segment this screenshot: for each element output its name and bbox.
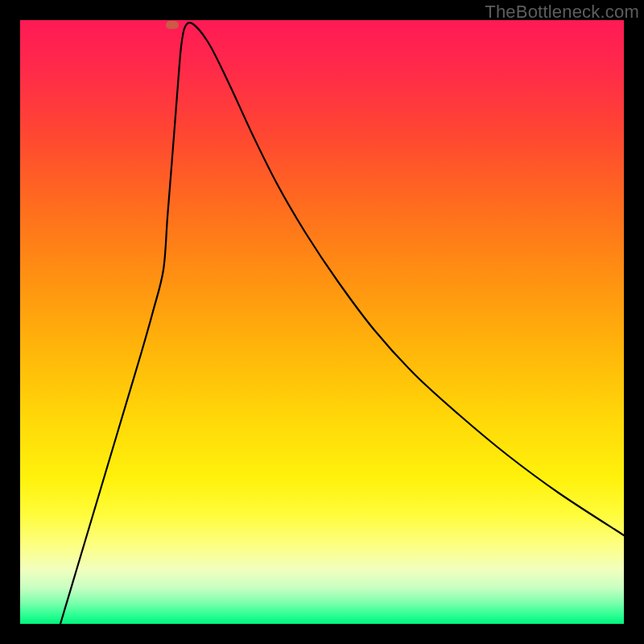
watermark-text: TheBottleneck.com [485,2,639,23]
curve-layer [20,20,624,624]
plot-area [20,20,624,624]
bottleneck-curve [60,23,624,624]
chart-frame: TheBottleneck.com [0,0,644,644]
optimum-marker [166,21,179,29]
